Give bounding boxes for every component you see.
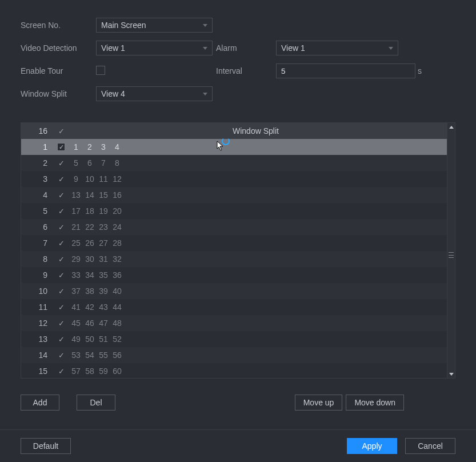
- alarm-value: View 1: [281, 43, 305, 53]
- table-row[interactable]: 7✓25262728: [21, 235, 447, 251]
- table-row[interactable]: 2✓5678: [21, 155, 447, 171]
- table-row[interactable]: 3✓9101112: [21, 171, 447, 187]
- apply-button[interactable]: Apply: [347, 438, 397, 454]
- cancel-button[interactable]: Cancel: [405, 438, 455, 454]
- row-index: 12: [31, 318, 54, 328]
- channel-cell: 26: [84, 238, 95, 248]
- move-down-button[interactable]: Move down: [346, 395, 404, 411]
- channel-cell: 11: [98, 174, 109, 184]
- table-header-row: 16 ✓ Window Split: [21, 123, 447, 139]
- table-row[interactable]: 9✓33343536: [21, 267, 447, 283]
- channel-cell: 52: [111, 334, 123, 344]
- channel-cell: 2: [84, 142, 95, 152]
- channel-cell: 21: [70, 222, 82, 232]
- table-row[interactable]: 15✓57585960: [21, 363, 447, 378]
- row-index: 5: [31, 206, 54, 216]
- table-row[interactable]: 14✓53545556: [21, 347, 447, 363]
- channel-cell: 38: [84, 286, 95, 296]
- channel-cell: 20: [111, 206, 123, 216]
- channel-cell: 19: [98, 206, 109, 216]
- row-check[interactable]: ✓: [54, 271, 68, 280]
- channel-cell: 29: [70, 254, 82, 264]
- row-check[interactable]: ✓: [54, 207, 68, 216]
- row-channels: 45464748: [68, 318, 228, 328]
- table-row[interactable]: 5✓17181920: [21, 203, 447, 219]
- scroll-grip-icon[interactable]: [449, 252, 454, 258]
- check-icon: ✓: [58, 207, 65, 216]
- channel-cell: 23: [98, 222, 109, 232]
- table-row[interactable]: 11✓41424344: [21, 299, 447, 315]
- row-check[interactable]: ✓: [54, 159, 68, 168]
- channel-cell: 57: [70, 367, 82, 376]
- scroll-up-icon[interactable]: [447, 123, 455, 131]
- table-scrollbar[interactable]: [447, 123, 455, 378]
- channel-cell: 30: [84, 254, 95, 264]
- row-channels: 17181920: [68, 206, 228, 216]
- channel-cell: 48: [111, 318, 123, 328]
- channel-cell: 51: [98, 334, 109, 344]
- screen-no-value: Main Screen: [101, 21, 146, 30]
- row-index: 15: [31, 367, 54, 376]
- interval-input[interactable]: [276, 63, 415, 78]
- chevron-down-icon: [389, 47, 393, 50]
- table-row[interactable]: 11234: [21, 139, 447, 155]
- table-row[interactable]: 10✓37383940: [21, 283, 447, 299]
- default-button[interactable]: Default: [21, 438, 71, 454]
- channel-cell: 44: [111, 302, 123, 312]
- row-index: 2: [31, 158, 54, 168]
- row-channels: 5678: [68, 158, 228, 168]
- channel-cell: 9: [70, 174, 82, 184]
- row-check[interactable]: ✓: [54, 255, 68, 264]
- channel-cell: 46: [84, 318, 95, 328]
- row-check[interactable]: ✓: [54, 367, 68, 376]
- window-split-select[interactable]: View 4: [96, 86, 213, 101]
- channel-cell: 13: [70, 190, 82, 200]
- row-check[interactable]: ✓: [54, 223, 68, 232]
- checkbox-icon[interactable]: [57, 143, 65, 151]
- table-row[interactable]: 12✓45464748: [21, 315, 447, 331]
- del-button[interactable]: Del: [77, 395, 115, 411]
- add-button[interactable]: Add: [21, 395, 59, 411]
- row-index: 13: [31, 334, 54, 344]
- move-up-button[interactable]: Move up: [295, 395, 343, 411]
- row-check[interactable]: ✓: [54, 335, 68, 344]
- check-icon: ✓: [58, 127, 65, 136]
- screen-no-select[interactable]: Main Screen: [96, 18, 213, 33]
- row-check[interactable]: ✓: [54, 351, 68, 360]
- channel-cell: 15: [98, 190, 109, 200]
- channel-cell: 37: [70, 286, 82, 296]
- check-icon: ✓: [58, 271, 65, 280]
- row-index: 3: [31, 174, 54, 184]
- channel-cell: 40: [111, 286, 123, 296]
- tour-table: 16 ✓ Window Split 112342✓56783✓91011124✓…: [21, 122, 455, 379]
- row-channels: 49505152: [68, 334, 228, 344]
- row-check[interactable]: ✓: [54, 239, 68, 248]
- channel-cell: 17: [70, 206, 82, 216]
- channel-cell: 54: [84, 351, 95, 360]
- row-check[interactable]: ✓: [54, 287, 68, 296]
- row-index: 9: [31, 270, 54, 280]
- row-check[interactable]: ✓: [54, 303, 68, 312]
- row-check[interactable]: ✓: [54, 319, 68, 328]
- table-row[interactable]: 13✓49505152: [21, 331, 447, 347]
- check-icon: ✓: [58, 159, 65, 168]
- video-detection-select[interactable]: View 1: [96, 41, 213, 55]
- video-detection-label: Video Detection: [21, 43, 96, 53]
- table-row[interactable]: 6✓21222324: [21, 219, 447, 235]
- table-row[interactable]: 4✓13141516: [21, 187, 447, 203]
- table-row[interactable]: 8✓29303132: [21, 251, 447, 267]
- channel-cell: 39: [98, 286, 109, 296]
- alarm-select[interactable]: View 1: [276, 41, 398, 55]
- loading-spinner-icon: [222, 137, 230, 145]
- row-check[interactable]: ✓: [54, 191, 68, 200]
- channel-cell: 27: [98, 238, 109, 248]
- channel-cell: 24: [111, 222, 123, 232]
- enable-tour-checkbox[interactable]: [96, 66, 105, 75]
- row-index: 14: [31, 351, 54, 360]
- scroll-down-icon[interactable]: [447, 370, 455, 378]
- channel-cell: 32: [111, 254, 123, 264]
- row-check[interactable]: ✓: [54, 175, 68, 184]
- check-icon: ✓: [58, 335, 65, 344]
- channel-cell: 31: [98, 254, 109, 264]
- row-check[interactable]: [54, 143, 68, 151]
